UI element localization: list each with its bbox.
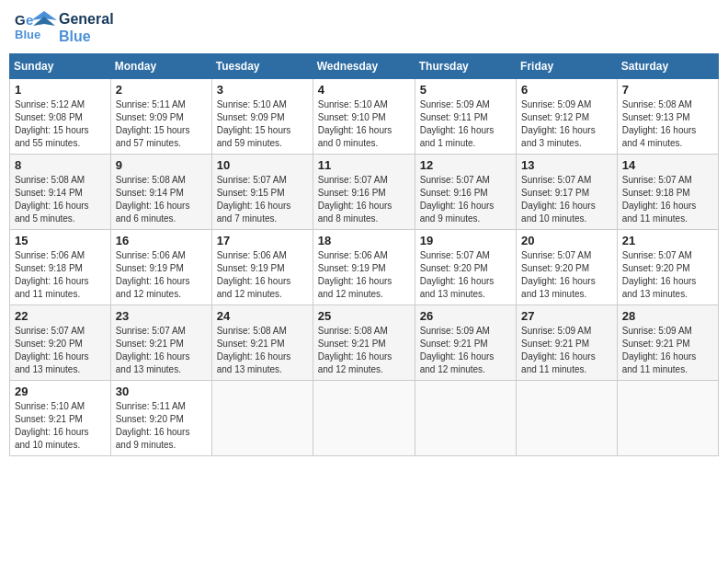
day-number: 9 (116, 158, 207, 172)
day-info: Sunrise: 5:09 AMSunset: 9:21 PMDaylight:… (521, 325, 612, 376)
day-cell-30: 30Sunrise: 5:11 AMSunset: 9:20 PMDayligh… (110, 381, 211, 456)
calendar-row: 15Sunrise: 5:06 AMSunset: 9:18 PMDayligh… (10, 230, 719, 305)
day-number: 12 (420, 158, 511, 172)
day-info: Sunrise: 5:07 AMSunset: 9:16 PMDaylight:… (420, 174, 511, 225)
day-info: Sunrise: 5:07 AMSunset: 9:20 PMDaylight:… (15, 325, 106, 376)
day-number: 22 (15, 309, 106, 323)
calendar-table: SundayMondayTuesdayWednesdayThursdayFrid… (9, 53, 719, 456)
logo-svg: G e Blue (13, 9, 59, 46)
day-info: Sunrise: 5:09 AMSunset: 9:21 PMDaylight:… (622, 325, 713, 376)
day-cell-23: 23Sunrise: 5:07 AMSunset: 9:21 PMDayligh… (110, 305, 211, 381)
day-number: 21 (622, 234, 713, 247)
day-cell-11: 11Sunrise: 5:07 AMSunset: 9:16 PMDayligh… (313, 155, 415, 230)
day-number: 27 (521, 309, 612, 323)
day-cell-21: 21Sunrise: 5:07 AMSunset: 9:20 PMDayligh… (617, 230, 718, 305)
day-cell-1: 1Sunrise: 5:12 AMSunset: 9:08 PMDaylight… (10, 79, 111, 155)
header-monday: Monday (110, 54, 211, 79)
day-info: Sunrise: 5:07 AMSunset: 9:21 PMDaylight:… (116, 325, 207, 376)
day-info: Sunrise: 5:07 AMSunset: 9:17 PMDaylight:… (521, 174, 612, 225)
day-cell-15: 15Sunrise: 5:06 AMSunset: 9:18 PMDayligh… (10, 230, 111, 305)
day-info: Sunrise: 5:08 AMSunset: 9:14 PMDaylight:… (15, 174, 106, 225)
day-cell-5: 5Sunrise: 5:09 AMSunset: 9:11 PMDaylight… (415, 79, 516, 155)
day-info: Sunrise: 5:09 AMSunset: 9:12 PMDaylight:… (521, 98, 612, 150)
day-number: 28 (622, 309, 713, 323)
header-friday: Friday (517, 54, 618, 79)
day-number: 3 (217, 83, 308, 97)
day-cell-18: 18Sunrise: 5:06 AMSunset: 9:19 PMDayligh… (313, 230, 415, 305)
day-cell-16: 16Sunrise: 5:06 AMSunset: 9:19 PMDayligh… (110, 230, 211, 305)
day-info: Sunrise: 5:06 AMSunset: 9:19 PMDaylight:… (217, 249, 308, 301)
day-cell-3: 3Sunrise: 5:10 AMSunset: 9:09 PMDaylight… (211, 79, 313, 155)
logo-blue: Blue (59, 28, 114, 45)
empty-cell (415, 381, 516, 456)
logo-general: General (59, 10, 114, 28)
day-cell-22: 22Sunrise: 5:07 AMSunset: 9:20 PMDayligh… (10, 305, 111, 381)
day-cell-6: 6Sunrise: 5:09 AMSunset: 9:12 PMDaylight… (517, 79, 618, 155)
day-number: 7 (622, 83, 713, 97)
svg-text:G: G (15, 12, 26, 28)
day-number: 29 (15, 385, 106, 398)
day-info: Sunrise: 5:07 AMSunset: 9:20 PMDaylight:… (521, 249, 612, 301)
day-info: Sunrise: 5:10 AMSunset: 9:21 PMDaylight:… (15, 400, 106, 452)
calendar-row: 1Sunrise: 5:12 AMSunset: 9:08 PMDaylight… (10, 79, 719, 155)
day-number: 18 (318, 234, 410, 247)
day-number: 30 (116, 385, 207, 398)
day-info: Sunrise: 5:07 AMSunset: 9:20 PMDaylight:… (420, 249, 511, 301)
day-info: Sunrise: 5:06 AMSunset: 9:19 PMDaylight:… (318, 249, 410, 301)
day-cell-2: 2Sunrise: 5:11 AMSunset: 9:09 PMDaylight… (110, 79, 211, 155)
svg-text:Blue: Blue (15, 28, 40, 41)
day-info: Sunrise: 5:10 AMSunset: 9:09 PMDaylight:… (217, 98, 308, 150)
day-cell-17: 17Sunrise: 5:06 AMSunset: 9:19 PMDayligh… (211, 230, 313, 305)
day-info: Sunrise: 5:06 AMSunset: 9:18 PMDaylight:… (15, 249, 106, 301)
header-wednesday: Wednesday (313, 54, 415, 79)
logo: G e Blue General Blue (13, 9, 114, 46)
header-thursday: Thursday (415, 54, 516, 79)
day-cell-13: 13Sunrise: 5:07 AMSunset: 9:17 PMDayligh… (517, 155, 618, 230)
empty-cell (617, 381, 718, 456)
day-info: Sunrise: 5:07 AMSunset: 9:20 PMDaylight:… (622, 249, 713, 301)
day-number: 16 (116, 234, 207, 247)
day-cell-29: 29Sunrise: 5:10 AMSunset: 9:21 PMDayligh… (10, 381, 111, 456)
header-saturday: Saturday (617, 54, 718, 79)
day-cell-19: 19Sunrise: 5:07 AMSunset: 9:20 PMDayligh… (415, 230, 516, 305)
calendar-header-row: SundayMondayTuesdayWednesdayThursdayFrid… (10, 54, 719, 79)
day-number: 26 (420, 309, 511, 323)
day-cell-12: 12Sunrise: 5:07 AMSunset: 9:16 PMDayligh… (415, 155, 516, 230)
day-number: 24 (217, 309, 308, 323)
day-info: Sunrise: 5:08 AMSunset: 9:21 PMDaylight:… (217, 325, 308, 376)
day-number: 14 (622, 158, 713, 172)
day-info: Sunrise: 5:10 AMSunset: 9:10 PMDaylight:… (318, 98, 410, 150)
day-cell-27: 27Sunrise: 5:09 AMSunset: 9:21 PMDayligh… (517, 305, 618, 381)
day-number: 10 (217, 158, 308, 172)
day-info: Sunrise: 5:09 AMSunset: 9:21 PMDaylight:… (420, 325, 511, 376)
day-number: 17 (217, 234, 308, 247)
day-info: Sunrise: 5:08 AMSunset: 9:14 PMDaylight:… (116, 174, 207, 225)
day-cell-14: 14Sunrise: 5:07 AMSunset: 9:18 PMDayligh… (617, 155, 718, 230)
calendar-row: 22Sunrise: 5:07 AMSunset: 9:20 PMDayligh… (10, 305, 719, 381)
calendar-row: 29Sunrise: 5:10 AMSunset: 9:21 PMDayligh… (10, 381, 719, 456)
day-number: 6 (521, 83, 612, 97)
page-header: G e Blue General Blue (9, 9, 719, 46)
empty-cell (517, 381, 618, 456)
day-number: 4 (318, 83, 410, 97)
empty-cell (211, 381, 313, 456)
calendar-row: 8Sunrise: 5:08 AMSunset: 9:14 PMDaylight… (10, 155, 719, 230)
day-info: Sunrise: 5:09 AMSunset: 9:11 PMDaylight:… (420, 98, 511, 150)
header-tuesday: Tuesday (211, 54, 313, 79)
empty-cell (313, 381, 415, 456)
day-info: Sunrise: 5:08 AMSunset: 9:13 PMDaylight:… (622, 98, 713, 150)
day-cell-26: 26Sunrise: 5:09 AMSunset: 9:21 PMDayligh… (415, 305, 516, 381)
day-info: Sunrise: 5:07 AMSunset: 9:18 PMDaylight:… (622, 174, 713, 225)
day-info: Sunrise: 5:07 AMSunset: 9:16 PMDaylight:… (318, 174, 410, 225)
day-cell-7: 7Sunrise: 5:08 AMSunset: 9:13 PMDaylight… (617, 79, 718, 155)
day-cell-20: 20Sunrise: 5:07 AMSunset: 9:20 PMDayligh… (517, 230, 618, 305)
day-cell-4: 4Sunrise: 5:10 AMSunset: 9:10 PMDaylight… (313, 79, 415, 155)
day-cell-24: 24Sunrise: 5:08 AMSunset: 9:21 PMDayligh… (211, 305, 313, 381)
day-number: 1 (15, 83, 106, 97)
day-info: Sunrise: 5:08 AMSunset: 9:21 PMDaylight:… (318, 325, 410, 376)
day-info: Sunrise: 5:11 AMSunset: 9:20 PMDaylight:… (116, 400, 207, 452)
day-info: Sunrise: 5:12 AMSunset: 9:08 PMDaylight:… (15, 98, 106, 150)
header-sunday: Sunday (10, 54, 111, 79)
day-cell-10: 10Sunrise: 5:07 AMSunset: 9:15 PMDayligh… (211, 155, 313, 230)
day-info: Sunrise: 5:11 AMSunset: 9:09 PMDaylight:… (116, 98, 207, 150)
